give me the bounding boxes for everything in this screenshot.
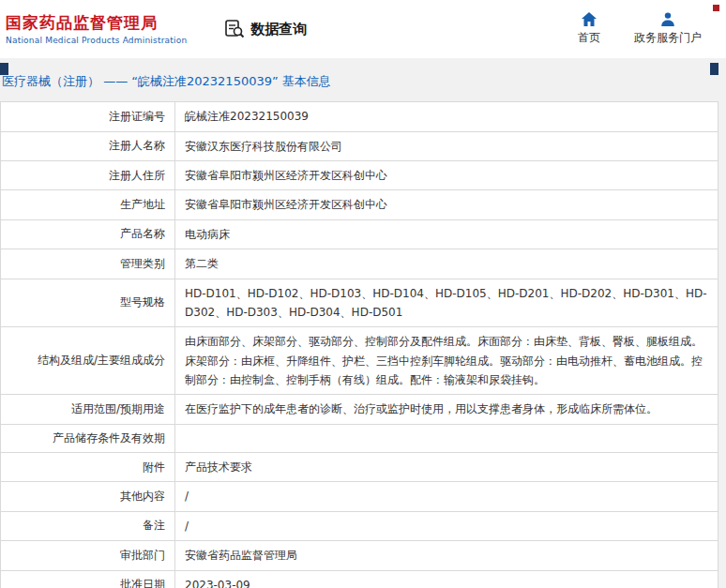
content-area: 医疗器械（注册） —— “皖械注准20232150039” 基本信息 注册证编号… xyxy=(0,58,726,588)
row-label: 批准日期 xyxy=(1,570,175,588)
title-left-cap xyxy=(0,63,8,75)
table-row: 审批部门 安徽省药品监督管理局 xyxy=(1,541,718,570)
row-value: HD-D101、HD-D102、HD-D103、HD-D104、HD-D105、… xyxy=(175,279,718,327)
row-value: 电动病床 xyxy=(175,219,718,249)
table-row: 适用范围/预期用途 在医疗监护下的成年患者的诊断、治疗或监护时使用，用以支撑患者… xyxy=(1,395,718,424)
row-label: 注册人住所 xyxy=(1,160,175,189)
row-value: 安徽省药品监督管理局 xyxy=(175,541,718,570)
site-logo-title: 国家药品监督管理局 xyxy=(6,13,187,32)
corner-red-square xyxy=(713,5,719,11)
row-value: 第二类 xyxy=(175,249,718,279)
row-label: 产品名称 xyxy=(1,219,175,249)
person-icon xyxy=(660,12,675,26)
row-value: 在医疗监护下的成年患者的诊断、治疗或监护时使用，用以支撑患者身体，形成临床所需体… xyxy=(175,395,718,424)
row-value: / xyxy=(175,482,718,511)
row-value: 2023-03-09 xyxy=(175,570,718,588)
row-value: 由床面部分、床架部分、驱动部分、控制部分及配件组成。床面部分：由床垫、背板、臀板… xyxy=(175,327,718,395)
row-value: 安徽省阜阳市颍州区经济开发区科创中心 xyxy=(175,190,718,219)
table-row: 管理类别 第二类 xyxy=(1,249,718,279)
row-label: 结构及组成/主要组成成分 xyxy=(1,327,175,395)
row-label: 管理类别 xyxy=(1,249,175,279)
title-right-cap xyxy=(710,63,718,75)
row-label: 其他内容 xyxy=(1,482,175,511)
row-label: 生产地址 xyxy=(1,190,175,219)
table-row: 结构及组成/主要组成成分 由床面部分、床架部分、驱动部分、控制部分及配件组成。床… xyxy=(1,327,718,395)
row-label: 适用范围/预期用途 xyxy=(1,395,175,424)
page-title: 医疗器械（注册） —— “皖械注准20232150039” 基本信息 xyxy=(2,73,707,90)
table-row: 生产地址 安徽省阜阳市颍州区经济开发区科创中心 xyxy=(1,190,718,219)
row-label: 产品储存条件及有效期 xyxy=(1,424,175,452)
table-row: 其他内容 / xyxy=(1,482,718,511)
table-row: 附件 产品技术要求 xyxy=(1,453,718,482)
row-value: 安徽省阜阳市颍州区经济开发区科创中心 xyxy=(175,160,718,189)
table-row: 产品名称 电动病床 xyxy=(1,219,718,249)
search-icon xyxy=(224,19,245,39)
table-row: 注册人住所 安徽省阜阳市颍州区经济开发区科创中心 xyxy=(1,160,718,189)
table-row: 注册人名称 安徽汉东医疗科技股份有限公司 xyxy=(1,131,718,160)
row-label: 注册人名称 xyxy=(1,131,175,160)
info-table: 注册证编号 皖械注准20232150039 注册人名称 安徽汉东医疗科技股份有限… xyxy=(0,101,718,588)
site-logo[interactable]: 国家药品监督管理局 National Medical Products Admi… xyxy=(6,13,187,44)
table-row: 型号规格 HD-D101、HD-D102、HD-D103、HD-D104、HD-… xyxy=(1,279,718,327)
page-title-bar: 医疗器械（注册） —— “皖械注准20232150039” 基本信息 xyxy=(0,58,726,101)
home-icon xyxy=(582,12,597,26)
nav-portal[interactable]: 政务服务门户 xyxy=(634,12,702,46)
table-row: 备注 / xyxy=(1,511,718,540)
site-logo-subtitle: National Medical Products Administration xyxy=(6,36,187,45)
row-value: 产品技术要求 xyxy=(175,453,718,482)
row-value: / xyxy=(175,511,718,540)
row-label: 注册证编号 xyxy=(1,102,175,131)
row-label: 型号规格 xyxy=(1,279,175,327)
row-value: 皖械注准20232150039 xyxy=(175,102,718,131)
data-query-heading: 数据查询 xyxy=(224,19,307,39)
row-label: 审批部门 xyxy=(1,541,175,570)
site-header: 国家药品监督管理局 National Medical Products Admi… xyxy=(0,0,726,58)
data-query-label: 数据查询 xyxy=(250,21,307,38)
table-row: 注册证编号 皖械注准20232150039 xyxy=(1,102,718,131)
row-label: 附件 xyxy=(1,453,175,482)
nav-portal-label: 政务服务门户 xyxy=(634,30,702,46)
table-row: 批准日期 2023-03-09 xyxy=(1,570,718,588)
top-nav: 首页 政务服务门户 xyxy=(578,12,709,46)
nav-home-label: 首页 xyxy=(578,30,600,46)
nav-home[interactable]: 首页 xyxy=(578,12,600,46)
row-value: 安徽汉东医疗科技股份有限公司 xyxy=(175,131,718,160)
row-value xyxy=(175,424,718,452)
row-label: 备注 xyxy=(1,511,175,540)
table-row: 产品储存条件及有效期 xyxy=(1,424,718,452)
